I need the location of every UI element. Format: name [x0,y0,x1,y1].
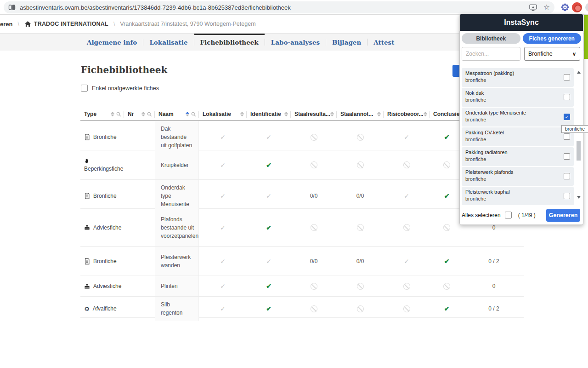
list-item[interactable]: Onderdak type Menuiseritebronfiche✓ [462,108,574,126]
cell-value: 0 / 2 [488,258,499,264]
popup-tab-bibliotheek[interactable]: Bibliotheek [462,33,520,44]
genereren-button[interactable]: Genereren [546,209,580,222]
breadcrumb-address[interactable]: Vrankaartstraat 7/instatest, 9790 Worteg… [120,21,255,27]
file-text-icon [84,193,90,199]
sort-icon[interactable] [111,112,114,116]
column-header-label: Nr [128,111,134,117]
item-category: bronfiche [465,137,570,142]
unfinished-filter-checkbox[interactable] [81,85,88,92]
table-row[interactable]: ♻AfvalficheSlib regenton✓✔✔0 / 2 [80,297,524,318]
status-cell: 0 [464,224,524,231]
sort-icon[interactable] [424,112,427,116]
sort-icon[interactable] [284,112,288,116]
url-bar[interactable]: asbestinventaris.ovam.be/asbestinventari… [4,1,554,13]
table-row[interactable]: BronfichePleisterwerk wanden✓✓0/00/0✓✔0 … [80,247,524,276]
bookmark-star-icon[interactable]: ☆ [543,4,550,11]
sort-icon[interactable] [141,112,145,116]
scrollbar-thumb[interactable] [577,141,581,161]
item-checkbox[interactable] [564,74,570,80]
table-row[interactable]: AdviesfichePlinten✓✔0 [80,276,524,297]
column-header-staalannot-[interactable]: Staalannot... [337,108,384,120]
search-icon[interactable] [191,112,196,117]
column-header-label: Conclusie [433,111,459,117]
not-applicable-icon [443,224,450,231]
breadcrumb-separator: \ [17,21,19,27]
breadcrumb-separator: \ [113,21,115,27]
profile-avatar[interactable] [572,2,582,12]
breadcrumb-truncated[interactable]: eren [0,21,12,28]
tab-labo-analyses[interactable]: Labo-analyses [265,34,326,51]
item-checkbox[interactable]: ✓ [564,114,570,120]
tab-bijlagen[interactable]: Bijlagen [326,34,367,51]
fiche-name[interactable]: Kruipkelder [155,150,199,179]
tab-fichebibliotheek[interactable]: Fichebibliotheek [194,34,265,51]
home-icon[interactable] [24,21,31,27]
scroll-down-icon[interactable] [577,196,581,199]
split-view-icon[interactable] [8,4,16,11]
status-cell: 0/0 [291,258,337,264]
fiche-name[interactable]: Pleisterwerk wanden [155,247,199,276]
not-applicable-icon [311,161,317,168]
recycle-icon: ♻ [84,306,90,312]
send-to-device-icon[interactable] [529,4,537,11]
column-header-staalresulta-[interactable]: Staalresulta... [291,108,337,120]
item-checkbox[interactable] [564,94,570,100]
item-category: bronfiche [465,176,570,182]
sort-icon[interactable] [240,112,244,116]
list-item[interactable]: Mespatroon (pakking)bronfiche [462,68,574,87]
list-item[interactable]: Pakking CV-ketelbronfiche [462,127,574,146]
item-checkbox[interactable] [564,173,570,179]
list-item[interactable]: Nok dakbronfiche [462,88,574,107]
feedback-strip[interactable] [584,15,588,59]
cell-value: 0/0 [310,193,318,199]
browser-toolbar: asbestinventaris.ovam.be/asbestinventari… [0,0,588,15]
list-item[interactable]: Pleisterwerk plafondsbronfiche [462,167,574,186]
list-item[interactable]: Pakking radiatorenbronfiche [462,147,574,166]
item-checkbox[interactable] [564,193,570,199]
table-row[interactable]: BeperkingsficheKruipkelder✓✔ [80,150,524,180]
breadcrumb-organisation[interactable]: TRADOC INTERNATIONAL [34,21,108,27]
sort-icon[interactable] [377,112,381,116]
column-header-nr[interactable]: Nr [124,108,155,120]
fiche-name[interactable]: Slib regenton [155,297,199,321]
search-icon[interactable] [147,112,152,117]
tab-algemene-info[interactable]: Algemene info [81,34,143,51]
table-row[interactable]: BronficheDak bestaande uit golfplaten✓✓✓… [80,121,524,150]
column-header-identificatie[interactable]: Identificatie [247,108,291,120]
column-header-lokalisatie[interactable]: Lokalisatie [199,108,247,120]
url-text[interactable]: asbestinventaris.ovam.be/asbestinventari… [20,4,291,11]
unfinished-filter[interactable]: Enkel onafgewerkte fiches [81,85,159,92]
column-header-type[interactable]: Type [80,108,124,120]
popup-search-input[interactable] [462,47,520,61]
sort-icon[interactable] [330,112,334,116]
fiche-name[interactable]: Dak bestaande uit golfplaten [155,121,199,153]
status-cell: ✔ [247,161,291,169]
item-checkbox[interactable] [564,153,570,160]
not-applicable-icon [311,283,317,290]
column-header-conclusie: Conclusie [430,108,464,120]
check-gray-icon: ✓ [404,133,409,141]
fiche-name[interactable]: Plafonds bestaande uit voorzetpanelen [155,209,199,246]
column-header-naam[interactable]: Naam [155,108,199,120]
status-cell: ✓ [384,258,430,265]
not-applicable-icon [357,305,364,312]
item-checkbox[interactable] [564,133,570,140]
status-cell [337,224,384,231]
scroll-up-icon[interactable] [577,71,581,74]
fiche-name[interactable]: Onderdak type Menuiserite [155,180,199,212]
sort-icon[interactable] [186,112,189,116]
popup-scrollbar[interactable] [576,69,582,205]
popup-tab-fiches-genereren[interactable]: Fiches genereren [523,33,582,44]
popup-type-select[interactable]: Bronfiche ∨ [524,47,580,61]
status-cell [291,305,337,312]
search-icon[interactable] [116,112,121,117]
tab-lokalisatie[interactable]: Lokalisatie [143,34,193,51]
fiche-name[interactable]: Plinten [155,276,199,296]
column-header-risicobeoor-[interactable]: Risicobeoor... [384,108,430,120]
select-all-checkbox[interactable] [505,212,512,218]
table-row[interactable]: AdviesfichePlafonds bestaande uit voorze… [80,209,524,247]
tab-attest[interactable]: Attest [368,34,400,51]
instasync-extension-icon[interactable] [561,3,569,13]
table-row[interactable]: BronficheOnderdak type Menuiserite✓✓0/00… [80,180,524,209]
list-item[interactable]: Pleisterwerk traphalbronfiche [462,187,574,205]
